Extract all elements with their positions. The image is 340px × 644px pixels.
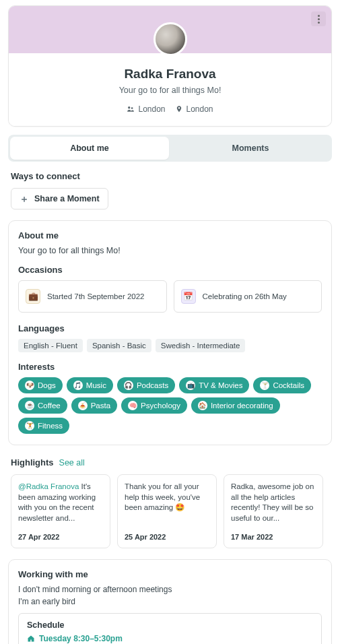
- avatar: [154, 22, 187, 56]
- calendar-icon: 📅: [181, 289, 196, 304]
- working-card: Working with me I don't mind morning or …: [8, 559, 332, 644]
- interest-pill: 🏋️Fitness: [18, 418, 69, 434]
- profile-name: Radka Franova: [20, 67, 320, 82]
- interest-label: Pasta: [91, 401, 110, 410]
- location-meta: London: [175, 104, 213, 114]
- working-line: I'm an early bird: [18, 597, 322, 606]
- highlights-see-all-link[interactable]: See all: [59, 458, 85, 468]
- interest-label: Music: [86, 381, 106, 389]
- interest-pill: 🎧Podcasts: [117, 377, 175, 393]
- languages-title: Languages: [18, 323, 322, 333]
- schedule-box: Schedule Tuesday 8:30–5:30pmWednesday 9–…: [18, 613, 322, 644]
- brain-icon: 🧠: [128, 401, 137, 410]
- interest-label: Cocktails: [273, 381, 304, 389]
- more-menu-button[interactable]: [311, 11, 326, 26]
- tv-icon: 📺: [186, 381, 195, 390]
- highlights-title: Highlights: [11, 457, 54, 468]
- highlights-row: @Radka Franova It's been amazing working…: [0, 474, 340, 559]
- tab-moments[interactable]: Moments: [171, 137, 330, 160]
- language-chip: English - Fluent: [18, 339, 83, 352]
- profile-header: Radka Franova Your go to for all things …: [8, 5, 332, 127]
- briefcase-icon: 💼: [26, 289, 40, 304]
- occasion-celebrating-text: Celebrating on 26th May: [203, 292, 287, 300]
- schedule-row: Tuesday 8:30–5:30pm: [27, 634, 313, 643]
- occasions-title: Occasions: [18, 265, 322, 275]
- pasta-icon: 🍝: [78, 401, 88, 410]
- share-moment-button[interactable]: ＋ Share a Moment: [11, 188, 108, 210]
- languages-row: English - Fluent Spanish - Basic Swedish…: [18, 339, 322, 352]
- home-icon: [27, 635, 35, 643]
- interest-label: Fitness: [38, 422, 63, 430]
- interests-row: 🐶Dogs 🎵Music 🎧Podcasts 📺TV & Movies 🍸Coc…: [18, 377, 322, 434]
- interest-pill: 🐶Dogs: [18, 377, 63, 393]
- interest-pill: 🏠Interior decorating: [191, 397, 280, 414]
- occasions-row: 💼 Started 7th September 2022 📅 Celebrati…: [18, 280, 322, 313]
- share-moment-label: Share a Moment: [34, 194, 100, 203]
- plus-icon: ＋: [20, 194, 29, 203]
- interest-label: TV & Movies: [199, 381, 242, 389]
- banner: [9, 6, 331, 53]
- interest-label: Coffee: [38, 401, 61, 410]
- tabs: About me Moments: [8, 135, 332, 162]
- interest-pill: 🎵Music: [67, 377, 113, 393]
- interests-title: Interests: [18, 362, 322, 372]
- cocktail-icon: 🍸: [260, 381, 269, 390]
- language-chip: Swedish - Intermediate: [156, 339, 246, 352]
- schedule-rows: Tuesday 8:30–5:30pmWednesday 9–5pmThursd…: [27, 634, 313, 644]
- highlight-card[interactable]: Thank you for all your help this week, y…: [117, 474, 217, 548]
- svg-point-1: [131, 107, 133, 109]
- interest-pill: 🍸Cocktails: [253, 377, 311, 393]
- mention: @Radka Franova: [18, 482, 79, 490]
- coffee-icon: ☕: [25, 401, 34, 410]
- about-title: About me: [18, 230, 322, 240]
- about-card: About me Your go to for all things Mo! O…: [8, 220, 332, 445]
- highlight-date: 25 Apr 2022: [125, 533, 209, 541]
- schedule-title: Schedule: [27, 620, 313, 630]
- tab-about-me[interactable]: About me: [10, 137, 169, 160]
- highlight-text: @Radka Franova It's been amazing working…: [18, 482, 103, 523]
- people-icon: [127, 105, 135, 113]
- home-icon: 🏠: [198, 401, 207, 410]
- highlight-date: 27 Apr 2022: [18, 533, 103, 541]
- highlight-card[interactable]: @Radka Franova It's been amazing working…: [11, 474, 110, 548]
- highlight-text: Thank you for all your help this week, y…: [125, 482, 209, 513]
- pin-icon: [175, 105, 183, 113]
- headphones-icon: 🎧: [124, 381, 133, 390]
- occasion-started-text: Started 7th September 2022: [47, 292, 145, 300]
- ways-to-connect-heading: Ways to connect: [11, 171, 329, 181]
- highlight-date: 17 Mar 2022: [231, 533, 316, 541]
- interest-pill: ☕Coffee: [18, 397, 67, 414]
- interest-label: Dogs: [38, 381, 56, 389]
- interest-label: Interior decorating: [211, 401, 273, 410]
- highlights-header: Highlights See all: [11, 457, 329, 468]
- highlight-card[interactable]: Radka, awesome job on all the help artic…: [224, 474, 323, 548]
- profile-tagline: Your go to for all things Mo!: [20, 86, 320, 95]
- dog-icon: 🐶: [25, 381, 34, 390]
- working-title: Working with me: [18, 569, 322, 579]
- interest-label: Podcasts: [137, 381, 168, 389]
- interest-pill: 🧠Psychology: [121, 397, 187, 414]
- location-label: London: [186, 104, 213, 114]
- about-bio: Your go to for all things Mo!: [18, 246, 322, 255]
- language-chip: Spanish - Basic: [87, 339, 151, 352]
- working-line: I don't mind morning or afternoon meetin…: [18, 585, 322, 594]
- occasion-started: 💼 Started 7th September 2022: [18, 280, 167, 313]
- interest-pill: 📺TV & Movies: [179, 377, 249, 393]
- highlight-text: Radka, awesome job on all the help artic…: [231, 482, 316, 523]
- music-icon: 🎵: [73, 381, 83, 390]
- header-body: Radka Franova Your go to for all things …: [9, 53, 331, 126]
- team-label: London: [138, 104, 165, 114]
- schedule-day-label: Tuesday 8:30–5:30pm: [39, 634, 123, 643]
- profile-meta-row: London London: [20, 104, 320, 114]
- svg-point-0: [129, 106, 131, 108]
- interest-pill: 🍝Pasta: [71, 397, 117, 414]
- more-vertical-icon: [318, 15, 320, 24]
- interest-label: Psychology: [141, 401, 180, 410]
- occasion-celebrating: 📅 Celebrating on 26th May: [174, 280, 322, 313]
- fitness-icon: 🏋️: [25, 421, 34, 430]
- team-meta: London: [127, 104, 165, 114]
